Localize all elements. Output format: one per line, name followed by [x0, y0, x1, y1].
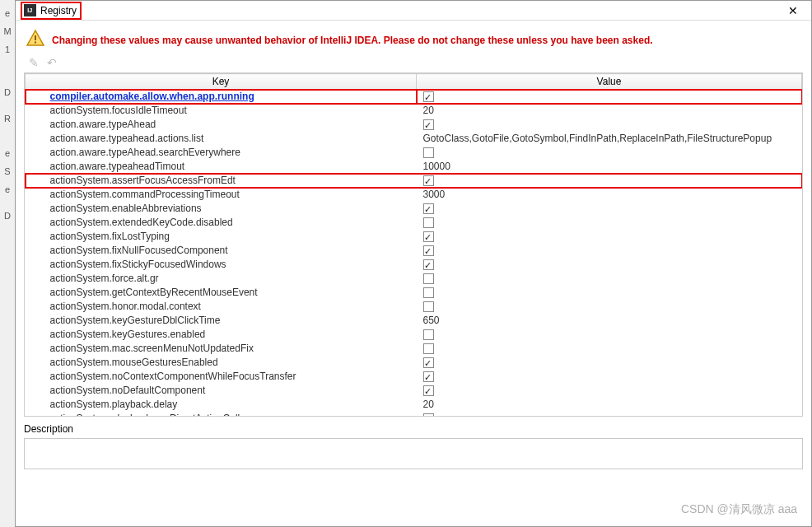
table-row[interactable]: actionSystem.playback.useDirectActionCal… [26, 412, 802, 417]
key-cell[interactable]: actionSystem.fixNullFocusedComponent [26, 244, 417, 258]
key-cell[interactable]: actionSystem.commandProcessingTimeout [26, 188, 417, 202]
value-cell[interactable] [417, 384, 802, 398]
table-row[interactable]: actionSystem.assertFocusAccessFromEdt [26, 174, 802, 188]
key-cell[interactable]: actionSystem.playback.useDirectActionCal… [26, 412, 417, 417]
checkbox[interactable] [423, 357, 434, 368]
value-cell[interactable] [417, 356, 802, 370]
checkbox[interactable] [423, 231, 434, 242]
value-cell[interactable] [417, 328, 802, 342]
warning-text: Changing these values may cause unwanted… [52, 35, 653, 46]
checkbox[interactable] [423, 217, 434, 228]
key-cell[interactable]: actionSystem.mac.screenMenuNotUpdatedFix [26, 342, 417, 356]
key-cell[interactable]: actionSystem.mouseGesturesEnabled [26, 356, 417, 370]
checkbox[interactable] [423, 329, 434, 340]
table-row[interactable]: actionSystem.fixNullFocusedComponent [26, 244, 802, 258]
svg-rect-1 [35, 42, 36, 44]
key-cell[interactable]: actionSystem.fixLostTyping [26, 230, 417, 244]
table-row[interactable]: actionSystem.playback.delay20 [26, 398, 802, 412]
table-row[interactable]: actionSystem.honor.modal.context [26, 300, 802, 314]
value-cell[interactable]: GotoClass,GotoFile,GotoSymbol,FindInPath… [417, 132, 802, 146]
registry-table-scroll[interactable]: Key Value compiler.automake.allow.when.a… [24, 72, 803, 417]
table-row[interactable]: action.aware.typeAhead [26, 118, 802, 132]
key-cell[interactable]: action.aware.typeahead.actions.list [26, 132, 417, 146]
table-row[interactable]: actionSystem.noDefaultComponent [26, 384, 802, 398]
table-row[interactable]: actionSystem.keyGestureDblClickTime650 [26, 314, 802, 328]
table-row[interactable]: actionSystem.enableAbbreviations [26, 202, 802, 216]
checkbox[interactable] [423, 91, 434, 102]
value-cell[interactable] [417, 216, 802, 230]
table-row[interactable]: actionSystem.fixLostTyping [26, 230, 802, 244]
column-value[interactable]: Value [417, 74, 802, 90]
value-cell[interactable]: 10000 [417, 160, 802, 174]
column-key[interactable]: Key [26, 74, 417, 90]
checkbox[interactable] [423, 175, 434, 186]
checkbox[interactable] [423, 203, 434, 214]
key-cell[interactable]: action.aware.typeAhead.searchEverywhere [26, 146, 417, 160]
value-cell[interactable]: 650 [417, 314, 802, 328]
checkbox[interactable] [423, 259, 434, 270]
table-row[interactable]: actionSystem.commandProcessingTimeout300… [26, 188, 802, 202]
checkbox[interactable] [423, 371, 434, 382]
checkbox[interactable] [423, 413, 434, 417]
checkbox[interactable] [423, 119, 434, 130]
checkbox[interactable] [423, 287, 434, 298]
value-cell[interactable] [417, 286, 802, 300]
edit-icon[interactable]: ✎ [29, 56, 39, 69]
table-row[interactable]: actionSystem.noContextComponentWhileFocu… [26, 370, 802, 384]
value-cell[interactable] [417, 174, 802, 188]
key-cell[interactable]: actionSystem.getContextByRecentMouseEven… [26, 286, 417, 300]
key-cell[interactable]: actionSystem.playback.delay [26, 398, 417, 412]
key-cell[interactable]: actionSystem.noDefaultComponent [26, 384, 417, 398]
key-cell[interactable]: actionSystem.keyGestures.enabled [26, 328, 417, 342]
key-cell[interactable]: actionSystem.force.alt.gr [26, 272, 417, 286]
value-cell[interactable] [417, 244, 802, 258]
table-row[interactable]: actionSystem.getContextByRecentMouseEven… [26, 286, 802, 300]
value-cell[interactable]: 20 [417, 398, 802, 412]
value-cell[interactable] [417, 412, 802, 417]
value-cell[interactable] [417, 230, 802, 244]
table-row[interactable]: actionSystem.keyGestures.enabled [26, 328, 802, 342]
table-row[interactable]: actionSystem.extendedKeyCode.disabled [26, 216, 802, 230]
value-cell[interactable] [417, 90, 802, 105]
value-cell[interactable] [417, 146, 802, 160]
table-row[interactable]: actionSystem.mac.screenMenuNotUpdatedFix [26, 342, 802, 356]
checkbox[interactable] [423, 273, 434, 284]
value-cell[interactable]: 20 [417, 104, 802, 118]
key-cell[interactable]: actionSystem.fixStickyFocusedWindows [26, 258, 417, 272]
checkbox[interactable] [423, 343, 434, 354]
key-cell[interactable]: action.aware.typeaheadTimout [26, 160, 417, 174]
table-row[interactable]: action.aware.typeAhead.searchEverywhere [26, 146, 802, 160]
table-row[interactable]: action.aware.typeahead.actions.listGotoC… [26, 132, 802, 146]
checkbox[interactable] [423, 245, 434, 256]
table-row[interactable]: compiler.automake.allow.when.app.running [26, 90, 802, 105]
key-cell[interactable]: action.aware.typeAhead [26, 118, 417, 132]
value-cell[interactable] [417, 272, 802, 286]
key-cell[interactable]: actionSystem.keyGestureDblClickTime [26, 314, 417, 328]
key-cell[interactable]: actionSystem.noContextComponentWhileFocu… [26, 370, 417, 384]
key-cell[interactable]: actionSystem.honor.modal.context [26, 300, 417, 314]
key-cell[interactable]: actionSystem.focusIdleTimeout [26, 104, 417, 118]
checkbox[interactable] [423, 147, 434, 158]
checkbox[interactable] [423, 385, 434, 396]
titlebar[interactable]: Registry ✕ [16, 1, 811, 21]
value-cell[interactable] [417, 118, 802, 132]
revert-icon[interactable]: ↶ [47, 56, 57, 69]
value-cell[interactable] [417, 342, 802, 356]
registry-table: Key Value compiler.automake.allow.when.a… [25, 73, 802, 417]
table-row[interactable]: actionSystem.mouseGesturesEnabled [26, 356, 802, 370]
table-row[interactable]: actionSystem.fixStickyFocusedWindows [26, 258, 802, 272]
table-row[interactable]: action.aware.typeaheadTimout10000 [26, 160, 802, 174]
value-cell[interactable] [417, 258, 802, 272]
value-cell[interactable] [417, 300, 802, 314]
value-cell[interactable]: 3000 [417, 188, 802, 202]
table-row[interactable]: actionSystem.focusIdleTimeout20 [26, 104, 802, 118]
key-cell[interactable]: actionSystem.enableAbbreviations [26, 202, 417, 216]
checkbox[interactable] [423, 301, 434, 312]
value-cell[interactable] [417, 202, 802, 216]
close-button[interactable]: ✕ [780, 2, 806, 20]
key-cell[interactable]: compiler.automake.allow.when.app.running [26, 90, 417, 105]
key-cell[interactable]: actionSystem.extendedKeyCode.disabled [26, 216, 417, 230]
table-row[interactable]: actionSystem.force.alt.gr [26, 272, 802, 286]
value-cell[interactable] [417, 370, 802, 384]
key-cell[interactable]: actionSystem.assertFocusAccessFromEdt [26, 174, 417, 188]
